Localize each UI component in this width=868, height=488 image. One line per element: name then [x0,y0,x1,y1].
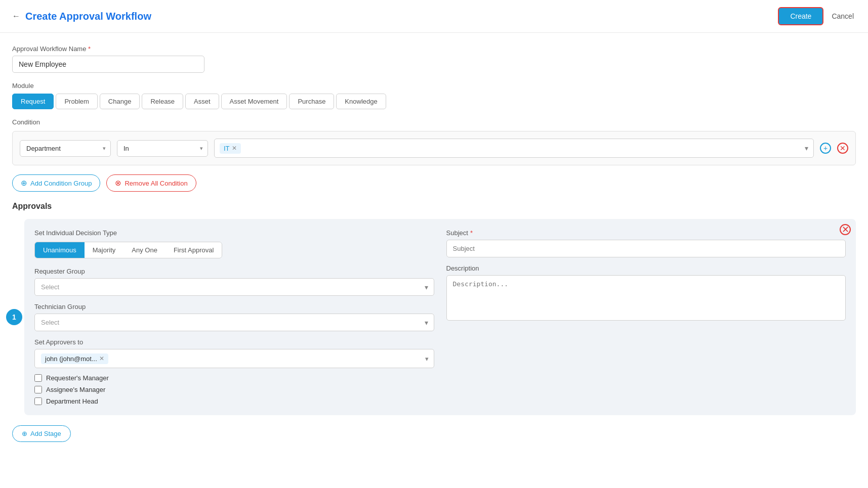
approvals-section: Approvals 1 Set Individual Decision Type… [12,202,856,415]
form-body: Approval Workflow Name * Module Request … [0,33,868,488]
tab-request[interactable]: Request [12,94,54,109]
add-condition-icon[interactable]: + [820,143,831,154]
module-tabs: Request Problem Change Release Asset Ass… [12,94,856,109]
plus-circle-icon: ⊕ [21,179,27,188]
technician-group-select[interactable]: Select [34,314,434,331]
condition-group: Condition Department ▾ In ▾ [12,118,856,165]
condition-tag-value: IT [224,145,230,152]
add-condition-group-label: Add Condition Group [30,180,92,187]
tag-remove-icon[interactable]: ✕ [232,145,237,152]
module-group: Module Request Problem Change Release As… [12,82,856,109]
page-title: Create Approval Workflow [25,11,151,22]
module-label: Module [12,82,856,90]
approvers-select[interactable]: john (john@mot... ✕ ▾ [34,349,434,368]
subject-input[interactable] [446,240,846,257]
tab-unanimous[interactable]: Unanimous [35,242,85,258]
tab-asset-movement[interactable]: Asset Movement [221,94,287,109]
condition-field-wrapper: Department ▾ [20,140,111,157]
approval-right: Subject * Description [446,229,846,405]
checkbox-assignees-manager-label: Assignee's Manager [46,386,105,393]
tab-purchase[interactable]: Purchase [289,94,334,109]
approval-card-wrapper: 1 Set Individual Decision Type Unanimous… [12,219,856,415]
requester-group-label: Requester Group [34,268,434,275]
approvers-chevron-icon: ▾ [425,355,429,363]
create-button[interactable]: Create [778,7,823,25]
page-container: ← Create Approval Workflow Create Cancel… [0,0,868,488]
checkbox-department-head-input[interactable] [34,397,42,405]
tab-problem[interactable]: Problem [56,94,97,109]
add-stage-button[interactable]: ⊕ Add Stage [12,425,71,442]
header-actions: Create Cancel [778,7,856,25]
condition-tag: IT ✕ [220,143,241,154]
condition-value-input[interactable]: IT ✕ ▾ [214,139,814,158]
checkbox-assignees-manager[interactable]: Assignee's Manager [34,386,434,393]
remove-condition-icon[interactable]: ✕ [837,143,848,154]
tab-majority[interactable]: Majority [85,242,124,258]
requester-group-select[interactable]: Select [34,278,434,296]
approval-left: Set Individual Decision Type Unanimous M… [34,229,434,405]
technician-group-select-wrapper: Select [34,314,434,331]
add-stage-label: Add Stage [30,430,61,437]
decision-type-label: Set Individual Decision Type [34,229,434,237]
tab-first-approval[interactable]: First Approval [166,242,222,258]
condition-label: Condition [12,118,856,126]
approvals-title: Approvals [12,202,856,211]
add-condition-group-button[interactable]: ⊕ Add Condition Group [12,174,100,192]
condition-actions-row: ⊕ Add Condition Group ⊗ Remove All Condi… [12,174,856,192]
back-arrow-icon[interactable]: ← [12,12,20,21]
approval-card: Set Individual Decision Type Unanimous M… [24,219,856,415]
tab-change[interactable]: Change [100,94,140,109]
tag-input-chevron-icon: ▾ [805,144,808,152]
description-label: Description [446,264,846,272]
tab-any-one[interactable]: Any One [123,242,166,258]
approver-tag-remove-icon[interactable]: ✕ [99,355,104,362]
remove-all-condition-label: Remove All Condition [125,180,187,187]
tab-asset[interactable]: Asset [185,94,219,109]
condition-field-select[interactable]: Department [20,140,111,157]
subject-label: Subject * [446,229,846,237]
header: ← Create Approval Workflow Create Cancel [0,0,868,33]
plus-icon: ⊕ [22,430,27,437]
approver-tag-value: john (john@mot... [45,355,97,363]
set-approvers-label: Set Approvers to [34,338,434,346]
condition-operator-wrapper: In ▾ [117,140,208,157]
tab-knowledge[interactable]: Knowledge [336,94,386,109]
requester-group-select-wrapper: Select [34,278,434,296]
decision-tabs: Unanimous Majority Any One First Approva… [34,242,222,258]
condition-row: Department ▾ In ▾ IT ✕ ▾ [12,131,856,165]
description-textarea[interactable] [446,275,846,321]
header-left: ← Create Approval Workflow [12,11,151,22]
checkbox-requesters-manager[interactable]: Requester's Manager [34,374,434,382]
tab-release[interactable]: Release [142,94,183,109]
workflow-name-group: Approval Workflow Name * [12,45,856,73]
checkbox-department-head[interactable]: Department Head [34,397,434,405]
checkbox-requesters-manager-label: Requester's Manager [46,374,109,382]
close-card-icon[interactable]: ✕ [840,224,851,235]
approver-tag: john (john@mot... ✕ [41,353,108,364]
cancel-button[interactable]: Cancel [830,8,856,24]
approval-number-badge: 1 [6,309,22,325]
checkbox-department-head-label: Department Head [46,397,98,405]
workflow-name-input[interactable] [12,56,204,73]
remove-circle-icon: ⊗ [115,179,121,188]
checkbox-requesters-manager-input[interactable] [34,374,42,382]
checkbox-group: Requester's Manager Assignee's Manager D… [34,374,434,405]
remove-all-condition-button[interactable]: ⊗ Remove All Condition [106,174,196,192]
workflow-name-label: Approval Workflow Name * [12,45,856,53]
condition-operator-select[interactable]: In [117,140,208,157]
checkbox-assignees-manager-input[interactable] [34,386,42,393]
technician-group-label: Technician Group [34,303,434,310]
